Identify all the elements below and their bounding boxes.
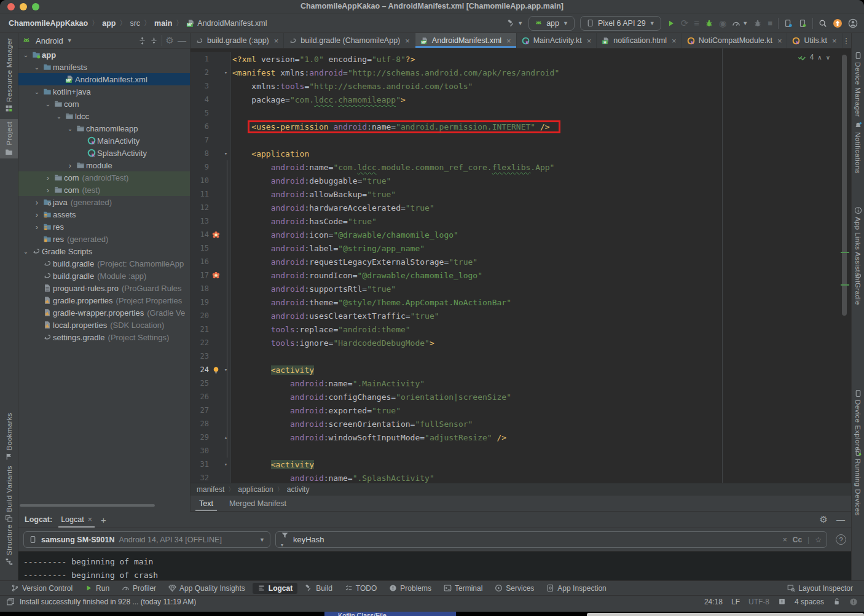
manifest-tab-merged-manifest[interactable]: Merged Manifest [229,496,286,511]
code-line-18[interactable]: 18 android:supportsRtl="true" [190,282,851,295]
code-line-10[interactable]: 10 android:debuggable="true" [190,174,851,187]
collapsed-arrow-icon[interactable]: › [32,198,42,207]
sidebar-item-running-devices[interactable]: Running Devices [852,446,864,518]
tree-row-com[interactable]: ›com(androidTest) [18,171,190,184]
close-tab-icon[interactable]: × [274,36,279,45]
tool-window-button-profiler[interactable]: Profiler [117,583,161,594]
xml-breadcrumb-item[interactable]: activity [287,485,310,494]
xml-breadcrumb-item[interactable]: manifest [197,485,224,494]
readonly-indicator-icon[interactable] [778,598,786,606]
tool-window-button-todo[interactable]: TODO [340,583,382,594]
tree-row-build-gradle[interactable]: build.gradle(Module :app) [18,270,190,282]
sidebar-item-notifications[interactable]: Notifications [852,119,864,176]
breadcrumb-item[interactable]: MFAndroidManifest.xml [186,19,267,28]
collapsed-arrow-icon[interactable]: › [32,210,42,219]
editor-tab[interactable]: KNotiCompatModule.kt× [682,33,788,48]
device-select[interactable]: Pixel 6 API 29▼ [580,16,661,31]
expand-all-icon[interactable] [138,37,146,45]
code-line-12[interactable]: 12 android:hardwareAccelerated="true" [190,201,851,214]
code-line-6[interactable]: 6 <uses-permission android:name="android… [190,120,851,133]
search-everywhere-icon[interactable] [819,19,827,28]
debug-bug-icon[interactable] [705,19,713,28]
sidebar-item-resource-manager[interactable]: Resource Manager [0,36,18,115]
collapsed-arrow-icon[interactable]: › [43,185,53,195]
editor-tab[interactable]: KUtils.kt× [787,33,842,48]
breadcrumb-item[interactable]: ChamomileAppKakao [9,19,88,28]
hide-logcat-icon[interactable]: — [836,515,845,524]
running-devices-icon[interactable] [798,19,807,28]
code-line-31[interactable]: 31▾ <activity [190,458,851,471]
manifest-tab-text[interactable]: Text [199,496,213,511]
status-message[interactable]: Install successfully finished in 928 ...… [20,598,196,606]
code-line-32[interactable]: 32 android:name=".SplashActivity" [190,471,851,483]
tool-window-button-services[interactable]: Services [490,583,539,594]
notifications-indicator-icon[interactable] [849,598,858,606]
close-icon[interactable]: × [88,515,92,524]
tool-window-button-version-control[interactable]: Version Control [6,583,77,594]
ide-update-icon[interactable] [833,18,842,28]
inspections-widget[interactable]: 4 ∧ ∨ [798,53,830,61]
tree-row-com[interactable]: ⌄com [18,98,190,110]
tree-row-splashactivity[interactable]: KSplashActivity [18,147,190,159]
favorite-filter-star-icon[interactable]: ☆ [815,536,822,544]
run-config-select[interactable]: app▼ [528,16,575,31]
tool-window-button-run[interactable]: Run [80,583,114,594]
tool-window-button-problems[interactable]: Problems [384,583,436,594]
tree-row-androidmanifest-xml[interactable]: MFAndroidManifest.xml [18,73,190,85]
breadcrumb-item[interactable]: main [154,19,172,28]
tool-window-button-layout-inspector[interactable]: Layout Inspector [782,583,858,594]
logcat-filter-input[interactable] [293,535,779,544]
prev-problem-icon[interactable]: ∧ [817,54,822,61]
tree-row-proguard-rules-pro[interactable]: proguard-rules.pro(ProGuard Rules [18,282,190,294]
tree-row-chamomileapp[interactable]: ⌄chamomileapp [18,122,190,135]
code-line-3[interactable]: 3 xmlns:tools="http://schemas.android.co… [190,79,851,93]
tree-row-java[interactable]: ›java(generated) [18,196,190,208]
editor-tab[interactable]: build.gradle (:app)× [190,33,284,48]
code-line-11[interactable]: 11 android:allowBackup="true" [190,187,851,201]
close-tab-icon[interactable]: × [587,36,592,45]
sidebar-item-structure[interactable]: Structure [0,522,18,568]
code-editor[interactable]: 1<?xml version="1.0" encoding="utf-8"?>2… [190,49,851,483]
profile-avatar-icon[interactable] [848,18,858,28]
tool-window-button-terminal[interactable]: Terminal [439,583,487,594]
tree-row-res[interactable]: ›res [18,220,190,233]
hide-panel-icon[interactable]: — [178,36,186,45]
logcat-console[interactable]: --------- beginning of main--------- beg… [18,551,851,585]
close-tab-icon[interactable]: × [832,36,837,45]
tab-options-icon[interactable]: ⋮ [842,33,851,48]
code-line-2[interactable]: 2▾<manifest xmlns:android="http://schema… [190,66,851,79]
pair-device-icon[interactable] [784,19,793,28]
file-encoding[interactable]: UTF-8 [748,598,769,606]
tool-window-button-app-quality-insights[interactable]: App Quality Insights [163,583,250,594]
collapsed-arrow-icon[interactable]: › [32,222,42,232]
sidebar-item-device-manager[interactable]: Device Manager [852,49,864,119]
tree-row-kotlin-java[interactable]: ⌄kotlin+java [18,85,190,98]
collapse-all-icon[interactable] [150,37,158,45]
code-line-28[interactable]: 28 android:screenOrientation="fullSensor… [190,417,851,431]
logcat-settings-gear-icon[interactable]: ⚙ [820,514,828,525]
code-line-24[interactable]: 24▾ <activity [190,363,851,376]
new-logcat-tab-button[interactable]: + [101,515,106,525]
close-tab-icon[interactable]: × [672,36,677,45]
editor-tab[interactable]: build.gradle (ChamomileApp)× [284,33,415,48]
breadcrumb-item[interactable]: src [130,19,140,28]
run-button-icon[interactable] [667,19,675,28]
code-line-25[interactable]: 25 android:name=".MainActivity" [190,376,851,390]
code-line-14[interactable]: 14 android:icon="@drawable/chamomile_log… [190,228,851,241]
fold-marker-icon[interactable]: ▾ [221,458,231,471]
code-line-5[interactable]: 5 [190,106,851,120]
line-ending[interactable]: LF [731,598,740,606]
clear-filter-icon[interactable]: × [783,536,787,544]
code-line-4[interactable]: 4 package="com.ldcc.chamomileapp"> [190,93,851,106]
indent-setting[interactable]: 4 spaces [795,598,824,606]
editor-tab[interactable]: Hnotification.html× [597,33,681,48]
build-hammer-icon[interactable]: ▼ [507,19,523,28]
settings-gear-icon[interactable]: ⚙ [166,35,174,46]
expanded-arrow-icon[interactable]: ⌄ [21,248,31,255]
expanded-arrow-icon[interactable]: ⌄ [21,52,31,58]
match-case-toggle[interactable]: Cc [793,536,802,544]
tree-row-module[interactable]: ›module [18,159,190,171]
code-line-8[interactable]: 8▾ <application [190,147,851,160]
tree-row-gradle-properties[interactable]: gradle.properties(Project Properties [18,294,190,306]
code-line-29[interactable]: 29▴ android:windowSoftInputMode="adjustR… [190,431,851,444]
